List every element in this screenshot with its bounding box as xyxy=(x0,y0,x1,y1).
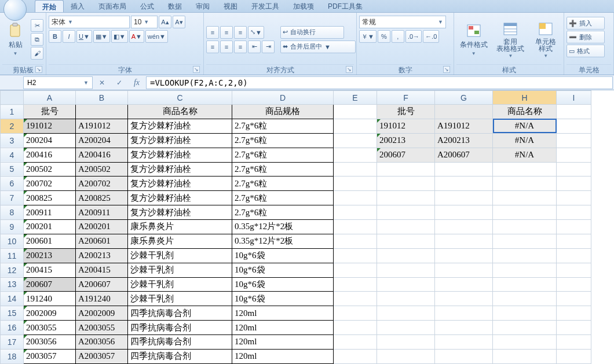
cell-E8[interactable] xyxy=(334,205,377,220)
cell-G18[interactable] xyxy=(435,349,493,363)
cell-B16[interactable]: A2003055 xyxy=(76,321,128,335)
clipboard-launcher[interactable]: ↘ xyxy=(35,66,42,73)
cell-D6[interactable]: 2.7g*6粒 xyxy=(232,177,334,191)
cell-G9[interactable] xyxy=(435,220,493,234)
cell-F1[interactable]: 批号 xyxy=(377,105,435,119)
cell-G5[interactable] xyxy=(435,162,493,177)
cell-I4[interactable] xyxy=(557,148,591,162)
cell-D1[interactable]: 商品规格 xyxy=(232,105,334,119)
cell-E14[interactable] xyxy=(334,292,377,306)
col-header-C[interactable]: C xyxy=(128,91,232,105)
cell-F8[interactable] xyxy=(377,205,435,220)
row-header-6[interactable]: 6 xyxy=(1,177,24,191)
cell-C7[interactable]: 复方沙棘籽油栓 xyxy=(128,191,232,205)
insert-function-button[interactable]: fx xyxy=(129,76,145,89)
cell-I8[interactable] xyxy=(557,205,591,220)
cell-G16[interactable] xyxy=(435,321,493,335)
cell-I9[interactable] xyxy=(557,220,591,234)
cell-F10[interactable] xyxy=(377,234,435,248)
cell-G2[interactable]: A191012 xyxy=(435,119,493,133)
cell-E1[interactable] xyxy=(334,105,377,119)
cell-H9[interactable] xyxy=(493,220,557,234)
cell-G3[interactable]: A200213 xyxy=(435,133,493,148)
col-header-D[interactable]: D xyxy=(232,91,334,105)
format-painter-button[interactable]: 🖌 xyxy=(31,47,43,60)
decrease-decimal-button[interactable]: ←.0 xyxy=(423,30,439,43)
cell-B3[interactable]: A200204 xyxy=(76,133,128,148)
cell-G7[interactable] xyxy=(435,191,493,205)
cell-E3[interactable] xyxy=(334,133,377,148)
cell-H6[interactable] xyxy=(493,177,557,191)
row-header-11[interactable]: 11 xyxy=(1,248,24,263)
cell-F2[interactable]: 191012 xyxy=(377,119,435,133)
cell-C8[interactable]: 复方沙棘籽油栓 xyxy=(128,205,232,220)
cell-E17[interactable] xyxy=(334,335,377,350)
orientation-button[interactable]: ⤡▼ xyxy=(248,26,264,39)
cell-E6[interactable] xyxy=(334,177,377,191)
cell-C16[interactable]: 四季抗病毒合剂 xyxy=(128,321,232,335)
cell-E18[interactable] xyxy=(334,349,377,363)
cell-A17[interactable]: 2003056 xyxy=(24,335,76,350)
cell-B2[interactable]: A191012 xyxy=(76,119,128,133)
cell-C18[interactable]: 四季抗病毒合剂 xyxy=(128,349,232,363)
cell-B15[interactable]: A2002009 xyxy=(76,306,128,321)
cell-G10[interactable] xyxy=(435,234,493,248)
cell-B10[interactable]: A200601 xyxy=(76,234,128,248)
font-size-combo[interactable]: 10▼ xyxy=(131,16,158,28)
cell-C6[interactable]: 复方沙棘籽油栓 xyxy=(128,177,232,191)
cell-H15[interactable] xyxy=(493,306,557,321)
cell-A10[interactable]: 200601 xyxy=(24,234,76,248)
cell-styles-button[interactable]: 单元格 样式▼ xyxy=(530,20,561,59)
row-header-2[interactable]: 2 xyxy=(1,119,24,133)
cell-A8[interactable]: 200911 xyxy=(24,205,76,220)
col-header-I[interactable]: I xyxy=(557,91,591,105)
cell-A18[interactable]: 2003057 xyxy=(24,349,76,363)
bold-button[interactable]: B xyxy=(49,30,61,43)
cell-H10[interactable] xyxy=(493,234,557,248)
cell-B14[interactable]: A191240 xyxy=(76,292,128,306)
table-format-button[interactable]: 套用 表格格式▼ xyxy=(494,20,528,59)
cell-C11[interactable]: 沙棘干乳剂 xyxy=(128,248,232,263)
col-header-G[interactable]: G xyxy=(435,91,493,105)
cell-D8[interactable]: 2.7g*6粒 xyxy=(232,205,334,220)
align-right-button[interactable]: ≡ xyxy=(234,41,247,53)
cell-F13[interactable] xyxy=(377,277,435,292)
decrease-indent-button[interactable]: ⇤ xyxy=(248,41,261,53)
col-header-A[interactable]: A xyxy=(24,91,76,105)
tab-4[interactable]: 数据 xyxy=(161,0,189,12)
row-header-7[interactable]: 7 xyxy=(1,191,24,205)
cell-D10[interactable]: 0.35g*12片*2板 xyxy=(232,234,334,248)
cell-F12[interactable] xyxy=(377,263,435,277)
cell-H18[interactable] xyxy=(493,349,557,363)
cell-G11[interactable] xyxy=(435,248,493,263)
row-header-17[interactable]: 17 xyxy=(1,335,24,350)
tab-1[interactable]: 插入 xyxy=(64,0,92,12)
cell-E2[interactable] xyxy=(334,119,377,133)
cell-B6[interactable]: A200702 xyxy=(76,177,128,191)
font-color-button[interactable]: A▼ xyxy=(129,30,144,43)
cell-F16[interactable] xyxy=(377,321,435,335)
cell-F17[interactable] xyxy=(377,335,435,350)
cell-D2[interactable]: 2.7g*6粒 xyxy=(232,119,334,133)
cell-D4[interactable]: 2.7g*6粒 xyxy=(232,148,334,162)
fill-color-button[interactable]: ◧▼ xyxy=(111,30,128,43)
cell-B18[interactable]: A2003057 xyxy=(76,349,128,363)
cell-B5[interactable]: A200502 xyxy=(76,162,128,177)
cell-D15[interactable]: 120ml xyxy=(232,306,334,321)
cell-F14[interactable] xyxy=(377,292,435,306)
row-header-12[interactable]: 12 xyxy=(1,263,24,277)
row-header-15[interactable]: 15 xyxy=(1,306,24,321)
cell-F3[interactable]: 200213 xyxy=(377,133,435,148)
cell-G8[interactable] xyxy=(435,205,493,220)
wrap-text-button[interactable]: ↩自动换行 xyxy=(280,26,344,39)
cell-D17[interactable]: 120ml xyxy=(232,335,334,350)
cell-F4[interactable]: 200607 xyxy=(377,148,435,162)
cell-H3[interactable]: #N/A xyxy=(493,133,557,148)
cell-A14[interactable]: 191240 xyxy=(24,292,76,306)
cell-I3[interactable] xyxy=(557,133,591,148)
worksheet-grid[interactable]: ABCDEFGHI 1批号商品名称商品规格批号商品名称2191012A19101… xyxy=(0,90,614,364)
cell-H4[interactable]: #N/A xyxy=(493,148,557,162)
cell-D13[interactable]: 10g*6袋 xyxy=(232,277,334,292)
cell-C15[interactable]: 四季抗病毒合剂 xyxy=(128,306,232,321)
currency-button[interactable]: ￥▼ xyxy=(359,30,377,43)
